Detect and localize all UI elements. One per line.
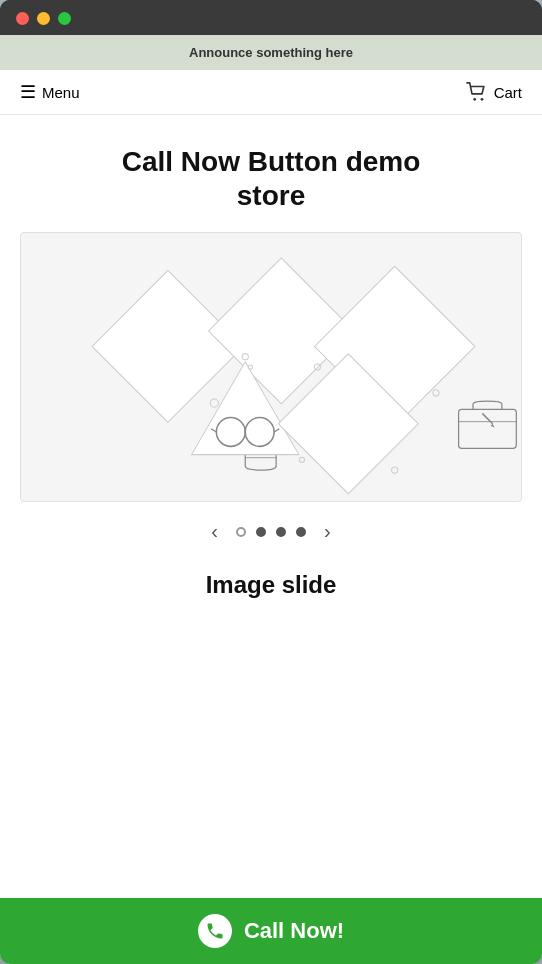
phone-icon-wrapper <box>198 914 232 948</box>
svg-marker-11 <box>491 424 495 428</box>
image-slide-label: Image slide <box>0 555 542 619</box>
browser-chrome <box>0 0 542 35</box>
carousel-dot-3[interactable] <box>276 527 286 537</box>
announcement-text: Announce something here <box>189 45 353 60</box>
carousel-dot-1[interactable] <box>236 527 246 537</box>
browser-content: Announce something here ☰ Menu Cart Call… <box>0 35 542 964</box>
call-now-bar[interactable]: Call Now! <box>0 898 542 964</box>
carousel-next-button[interactable]: › <box>316 516 339 547</box>
traffic-light-close[interactable] <box>16 12 29 25</box>
carousel-dot-2[interactable] <box>256 527 266 537</box>
carousel-controls: ‹ › <box>0 502 542 555</box>
nav-cart-label: Cart <box>494 84 522 101</box>
hamburger-icon: ☰ <box>20 83 36 101</box>
svg-point-0 <box>473 98 476 101</box>
nav-cart-button[interactable]: Cart <box>466 82 522 102</box>
nav-menu-button[interactable]: ☰ Menu <box>20 83 80 101</box>
nav-bar: ☰ Menu Cart <box>0 70 542 115</box>
store-title-line1: Call Now Button demo <box>122 146 421 177</box>
nav-menu-label: Menu <box>42 84 80 101</box>
announcement-bar: Announce something here <box>0 35 542 70</box>
browser-window: Announce something here ☰ Menu Cart Call… <box>0 0 542 964</box>
store-title-line2: store <box>237 180 305 211</box>
svg-rect-8 <box>459 409 517 448</box>
carousel <box>20 232 522 502</box>
traffic-light-minimize[interactable] <box>37 12 50 25</box>
cart-icon <box>466 82 488 102</box>
call-now-text: Call Now! <box>244 918 344 944</box>
svg-line-10 <box>482 414 492 424</box>
store-title: Call Now Button demo store <box>0 115 542 232</box>
svg-point-1 <box>480 98 483 101</box>
carousel-prev-button[interactable]: ‹ <box>203 516 226 547</box>
traffic-light-fullscreen[interactable] <box>58 12 71 25</box>
carousel-illustration <box>21 233 521 501</box>
phone-icon <box>205 921 225 941</box>
carousel-dot-4[interactable] <box>296 527 306 537</box>
main-content: Call Now Button demo store <box>0 115 542 898</box>
